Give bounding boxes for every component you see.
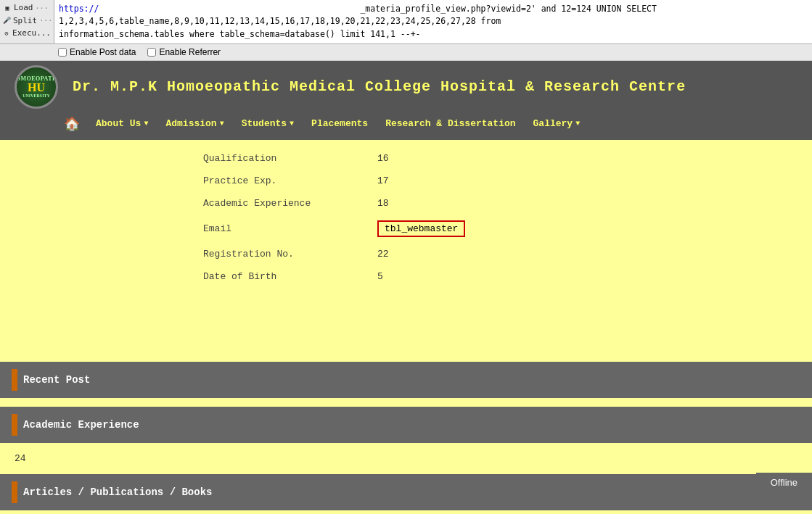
academic-exp-container: Academic Experience [0,402,812,447]
split-menu[interactable]: ··· [39,15,52,26]
nav-research[interactable]: Research & Dissertation [378,115,522,132]
recent-post-container: Recent Post [0,357,812,402]
nav-admission[interactable]: Admission ▼ [158,115,231,132]
gallery-arrow: ▼ [575,120,580,128]
load-button[interactable]: ▣ Load ··· [3,2,51,14]
orange-accent3 [12,481,17,503]
url-text-blue: https:// [59,4,360,14]
row-value: 18 [377,198,389,209]
academic-exp-title: Academic Experience [23,419,139,431]
row-label: Academic Experience [203,198,319,209]
split-button[interactable]: 🎤 Split ··· [3,15,51,28]
execute-icon: ⊙ [3,29,10,38]
table-row: Registration No.22 [203,243,797,265]
row-value: 5 [377,271,383,282]
enable-post-label[interactable]: Enable Post data [58,47,136,57]
row-label: Practice Exp. [203,175,319,186]
row-label: Registration No. [203,249,319,260]
enable-bar: Enable Post data Enable Referrer [0,44,812,61]
nav-bar: 🏠 About Us ▼ Admission ▼ Students ▼ Plac… [0,113,812,140]
url-line2: 1,2,3,4,5,6,table_name,8,9,10,11,12,13,1… [59,15,808,28]
row-label: Email [203,223,319,234]
articles-title: Articles / Publications / Books [23,486,212,498]
site-title: Dr. M.P.K Homoeopathic Medical College H… [73,78,797,95]
table-row: Date of Birth5 [203,265,797,288]
orange-accent [12,369,17,391]
email-value-highlighted: tbl_webmaster [377,220,465,237]
nav-home-button[interactable]: 🏠 [58,113,86,134]
table-row: Qualification16 [203,147,797,170]
logo-inner: HOMOEOPATHY HU UNIVERSITY [17,68,55,106]
row-value: 22 [377,249,389,260]
enable-referrer-checkbox[interactable] [147,48,156,57]
url-text-rest: _materia_profile_view.php?viewid=2' and … [360,4,657,14]
row-label: Qualification [203,153,319,164]
academic-exp-bar: Academic Experience [0,407,812,443]
url-line3: information_schema.tables where table_sc… [59,28,808,41]
nav-gallery[interactable]: Gallery ▼ [526,115,588,132]
recent-post-bar: Recent Post [0,362,812,398]
url-display: https:// _materia_profile_view.php?viewi… [54,0,812,43]
students-arrow: ▼ [290,120,294,128]
nav-about[interactable]: About Us ▼ [89,115,155,132]
load-menu[interactable]: ··· [36,3,49,14]
recent-post-title: Recent Post [23,374,90,386]
about-arrow: ▼ [144,120,148,128]
main-content: Qualification16Practice Exp.17Academic E… [0,140,812,357]
row-value: 16 [377,153,389,164]
row-value: 17 [377,175,389,186]
orange-accent2 [12,414,17,436]
table-row: Practice Exp.17 [203,170,797,192]
admission-arrow: ▼ [220,120,224,128]
execute-button[interactable]: ⊙ Execu... [3,28,51,40]
value-24: 24 [0,447,812,470]
logo: HOMOEOPATHY HU UNIVERSITY [15,65,58,109]
articles-container: Articles / Publications / Books [0,470,812,514]
load-icon: ▣ [3,4,12,12]
row-label: Date of Birth [203,271,319,282]
logo-text: HU [15,82,58,94]
enable-referrer-label[interactable]: Enable Referrer [147,47,221,57]
articles-bar: Articles / Publications / Books [0,474,812,510]
split-icon: 🎤 [3,17,11,25]
nav-placements[interactable]: Placements [304,115,375,132]
site-header: HOMOEOPATHY HU UNIVERSITY Dr. M.P.K Homo… [0,61,812,113]
data-table: Qualification16Practice Exp.17Academic E… [203,147,797,288]
left-toolbar: ▣ Load ··· 🎤 Split ··· ⊙ Execu... [0,0,54,43]
table-row: Academic Experience18 [203,192,797,215]
enable-post-checkbox[interactable] [58,48,67,57]
table-row: Emailtbl_webmaster [203,215,797,243]
offline-badge: Offline [756,473,812,492]
nav-students[interactable]: Students ▼ [234,115,301,132]
